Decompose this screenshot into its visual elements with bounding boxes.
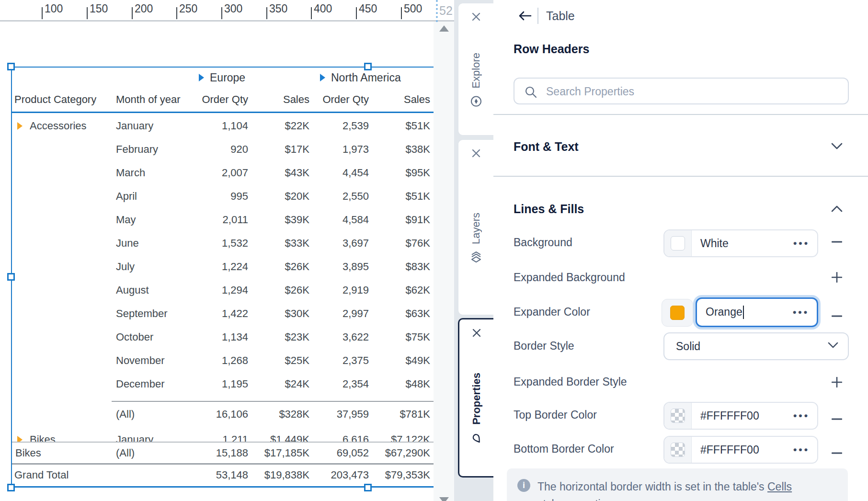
ruler: 100 150 200 250 300 350 400 450 500 xyxy=(0,0,454,22)
ruler-tick xyxy=(42,7,43,19)
table-row: September 1,422 $30K 2,997 $63K xyxy=(11,302,434,325)
close-icon[interactable] xyxy=(470,148,482,161)
value-cell: $33K xyxy=(253,231,309,255)
top-border-color-control[interactable]: #FFFFFF00 ••• xyxy=(663,402,818,430)
chevron-down-icon[interactable] xyxy=(831,143,843,152)
remove-icon[interactable] xyxy=(832,448,842,456)
more-options-icon[interactable]: ••• xyxy=(793,410,810,421)
value-cell: 1,268 xyxy=(198,349,248,372)
table-widget[interactable]: Europe North America Product Category Mo… xyxy=(11,67,434,488)
value-cell: 1,104 xyxy=(198,114,248,137)
color-swatch-cell[interactable] xyxy=(664,437,692,463)
group-expander-icon[interactable] xyxy=(199,74,204,81)
value-cell: $19,838K xyxy=(253,465,309,486)
add-icon[interactable] xyxy=(832,272,842,285)
more-options-icon[interactable]: ••• xyxy=(793,444,810,455)
table-column-header-row: Product Category Month of year Order Qty… xyxy=(11,88,434,113)
value-cell: 1,532 xyxy=(198,231,248,255)
tab-label: Layers xyxy=(470,213,482,244)
column-header[interactable]: Month of year xyxy=(116,88,193,112)
selection-handle-bottom-left[interactable] xyxy=(7,484,15,491)
table-row: November 1,268 $25K 2,375 $49K xyxy=(11,349,434,372)
column-header[interactable]: Order Qty xyxy=(314,88,369,112)
month-cell: October xyxy=(116,325,193,349)
more-options-icon[interactable]: ••• xyxy=(793,238,810,249)
search-input[interactable] xyxy=(545,80,834,102)
row-expander-icon[interactable] xyxy=(17,122,23,130)
month-cell: March xyxy=(116,161,193,184)
group-header-europe[interactable]: Europe xyxy=(199,68,245,88)
value-cell: $48K xyxy=(376,372,430,396)
cells-link[interactable]: Cells xyxy=(767,480,792,493)
value-cell: $30K xyxy=(253,302,309,325)
chevron-up-icon[interactable] xyxy=(831,205,843,214)
border-style-select[interactable]: Solid xyxy=(663,332,849,360)
month-cell: April xyxy=(116,184,193,208)
header-divider xyxy=(537,8,538,24)
month-cell: (All) xyxy=(116,402,193,426)
ruler-tick xyxy=(176,7,177,19)
tab-explore[interactable]: Explore xyxy=(458,3,493,136)
color-swatch-cell[interactable] xyxy=(664,230,692,256)
add-icon[interactable] xyxy=(832,377,842,389)
remove-icon[interactable] xyxy=(832,237,842,245)
group-lines-fills[interactable]: Lines & Fills xyxy=(514,202,584,216)
close-icon[interactable] xyxy=(470,11,482,24)
search-box xyxy=(514,78,849,104)
worksheet-canvas[interactable]: Europe North America Product Category Mo… xyxy=(0,22,434,501)
vertical-scrollbar[interactable] xyxy=(434,22,454,501)
background-color-control[interactable]: White ••• xyxy=(663,229,818,257)
table-row: June 1,532 $33K 3,697 $76K xyxy=(11,231,434,255)
selection-handle-top-center[interactable] xyxy=(364,63,372,70)
tab-properties[interactable]: Properties xyxy=(458,318,493,478)
ruler-tick xyxy=(356,7,357,19)
orange-swatch xyxy=(670,306,685,320)
column-header[interactable]: Sales xyxy=(376,88,430,112)
value-cell: $39K xyxy=(253,208,309,231)
selection-handle-bottom-center[interactable] xyxy=(364,484,372,491)
color-swatch-cell[interactable] xyxy=(664,403,692,429)
prop-label-background: Background xyxy=(514,236,572,249)
ruler-tick-label: 250 xyxy=(179,2,197,15)
remove-icon[interactable] xyxy=(832,414,842,422)
scroll-down-icon[interactable] xyxy=(439,497,449,501)
value-cell: 2,011 xyxy=(198,208,248,231)
remove-icon[interactable] xyxy=(832,311,842,319)
value-cell: 1,224 xyxy=(198,255,248,278)
group-header-north-america[interactable]: North America xyxy=(320,68,401,88)
value-cell: 1,134 xyxy=(198,325,248,349)
table-row: April 995 $20K 2,550 $51K xyxy=(11,184,434,208)
white-swatch xyxy=(671,236,685,250)
month-cell: February xyxy=(116,137,193,161)
selection-handle-left-middle[interactable] xyxy=(7,273,15,281)
ruler-tick-label: 350 xyxy=(269,2,287,15)
more-options-icon[interactable]: ••• xyxy=(793,307,809,318)
selection-handle-top-left[interactable] xyxy=(7,63,15,70)
prop-label-border-style: Border Style xyxy=(514,340,574,353)
group-font-text[interactable]: Font & Text xyxy=(514,140,579,154)
back-arrow-icon[interactable] xyxy=(518,11,532,23)
column-header[interactable]: Product Category xyxy=(14,88,113,112)
prop-label-bottom-border-color: Bottom Border Color xyxy=(514,443,614,455)
table-group-header-row: Europe North America xyxy=(11,68,434,88)
close-icon[interactable] xyxy=(471,327,482,341)
column-header[interactable]: Order Qty xyxy=(198,88,248,112)
expander-color-swatch-cell[interactable] xyxy=(662,299,693,327)
expander-color-input[interactable]: Orange ••• xyxy=(696,297,818,327)
value-cell: $67,290K xyxy=(376,443,430,463)
text-caret xyxy=(743,306,744,319)
column-header[interactable]: Sales xyxy=(253,88,309,112)
ruler-tick-label: 100 xyxy=(45,2,63,15)
tab-layers[interactable]: Layers xyxy=(458,139,493,315)
ruler-tick xyxy=(311,7,312,19)
bottom-border-color-control[interactable]: #FFFFFF00 ••• xyxy=(663,436,818,464)
value-cell: 3,697 xyxy=(314,231,369,255)
transparent-swatch xyxy=(671,409,685,423)
value-cell: $49K xyxy=(376,349,430,372)
value-cell: 4,454 xyxy=(314,161,369,184)
ruler-tick-label: 400 xyxy=(314,2,332,15)
group-expander-icon[interactable] xyxy=(320,74,325,81)
value-cell: 995 xyxy=(198,184,248,208)
tab-label: Explore xyxy=(470,53,482,89)
scroll-up-icon[interactable] xyxy=(439,25,449,32)
